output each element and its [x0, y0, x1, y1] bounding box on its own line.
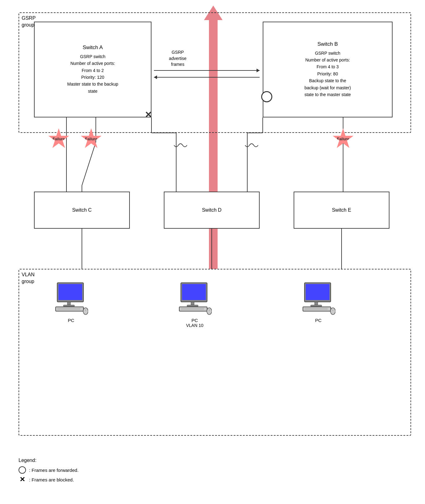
- switch-a-line6: state: [88, 89, 97, 94]
- diagram-container: GSRP group Switch A GSRP switch Number o…: [0, 0, 425, 504]
- switch-c-label: Switch C: [72, 207, 91, 213]
- switch-b-box: Switch B GSRP switch Number of active po…: [263, 22, 393, 117]
- legend-circle-item: : Frames are forwarded.: [19, 466, 79, 474]
- gsrp-group-label: GSRP group: [22, 15, 36, 29]
- switch-e-box: Switch E: [294, 192, 389, 229]
- switch-a-line3: From 4 to 2: [82, 68, 104, 73]
- failure-label-1: Failure: [53, 137, 65, 141]
- switch-a-line4: Priority: 120: [81, 75, 104, 80]
- legend-circle-icon: [19, 466, 26, 474]
- switch-d-box: Switch D: [164, 192, 260, 229]
- svg-rect-30: [63, 305, 74, 307]
- pc-3-container: PC: [301, 281, 335, 323]
- pc-1-container: PC: [54, 281, 88, 323]
- svg-rect-32: [57, 308, 80, 310]
- svg-line-6: [82, 142, 96, 185]
- switch-e-label: Switch E: [332, 207, 351, 213]
- legend: Legend: : Frames are forwarded. ✕ : Fram…: [19, 458, 79, 485]
- failure-label-2: Failure: [85, 137, 97, 141]
- pc-2-icon: [178, 281, 212, 315]
- switch-b-line6: backup (wait for master): [304, 85, 351, 90]
- switch-a-title: Switch A: [83, 44, 103, 51]
- pc-3-label: PC: [315, 318, 322, 323]
- svg-rect-37: [191, 302, 194, 305]
- svg-rect-48: [304, 308, 328, 310]
- switch-a-box: Switch A GSRP switch Number of active po…: [34, 22, 151, 117]
- pc-1-icon: [54, 281, 88, 315]
- switch-b-line3: From 4 to 3: [317, 64, 339, 69]
- switch-b-line4: Priority: 80: [317, 71, 338, 76]
- switch-b-line2: Number of active ports:: [305, 57, 350, 62]
- switch-d-label: Switch D: [202, 207, 221, 213]
- svg-rect-29: [67, 302, 70, 305]
- pc-2-label: PC: [192, 318, 198, 323]
- switch-a-info: GSRP switch Number of active ports: From…: [67, 53, 118, 95]
- circle-forwarded-mark: [261, 91, 272, 102]
- legend-x-text: : Frames are blocked.: [29, 477, 74, 482]
- switch-a-line5: Master state to the backup: [67, 82, 118, 87]
- switch-a-line1: GSRP switch: [80, 54, 105, 59]
- gsrp-advertise-label: GSRP advertise frames: [155, 49, 201, 68]
- pc-3-icon: [301, 281, 335, 315]
- svg-rect-46: [311, 305, 322, 307]
- failure-label-3: Failure: [337, 137, 349, 141]
- legend-circle-text: : Frames are forwarded.: [29, 468, 79, 473]
- vlan-label-text: VLAN 10: [186, 323, 203, 328]
- vlan-group-label: VLAN group: [22, 271, 35, 285]
- svg-rect-36: [182, 284, 206, 300]
- pc-1-label: PC: [68, 318, 74, 323]
- switch-b-line7: state to the master state: [304, 92, 351, 97]
- svg-rect-27: [58, 284, 82, 300]
- legend-x-item: ✕ : Frames are blocked.: [19, 476, 79, 483]
- svg-rect-45: [315, 302, 318, 305]
- legend-x-icon: ✕: [19, 476, 26, 483]
- switch-b-info: GSRP switch Number of active ports: From…: [304, 50, 351, 98]
- switch-b-line5: Backup state to the: [309, 78, 346, 83]
- svg-rect-40: [181, 308, 204, 310]
- pc-2-container: PC VLAN 10: [178, 281, 212, 328]
- switch-a-line2: Number of active ports:: [70, 61, 115, 66]
- svg-rect-44: [306, 284, 329, 300]
- legend-title: Legend:: [19, 458, 79, 463]
- switch-b-line1: GSRP switch: [315, 51, 340, 56]
- x-blocked-mark: ✕: [145, 110, 152, 120]
- switch-c-box: Switch C: [34, 192, 130, 229]
- svg-rect-38: [187, 305, 198, 307]
- switch-b-title: Switch B: [317, 41, 338, 47]
